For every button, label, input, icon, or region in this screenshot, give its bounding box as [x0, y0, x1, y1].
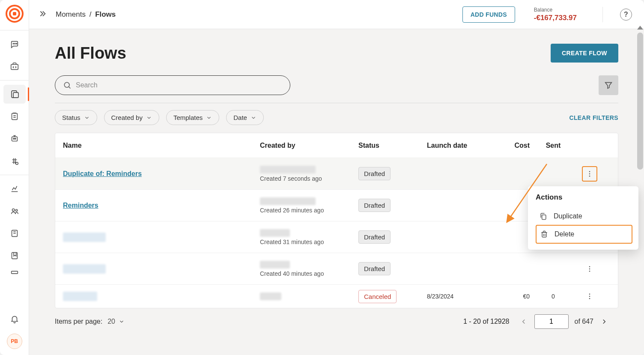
scroll-arrow-up[interactable] [637, 26, 643, 30]
breadcrumb-current: Flows [95, 10, 116, 18]
scrollbar-thumb[interactable] [637, 33, 643, 170]
clear-filters-button[interactable]: CLEAR FILTERS [569, 114, 618, 121]
items-per-page: Items per page: 20 [55, 318, 125, 325]
actions-menu: Actions Duplicate Delete [528, 186, 638, 250]
double-chevron-right-icon [38, 9, 47, 18]
cell-name: Duplicate of: Reminders [63, 170, 260, 178]
row-actions-button[interactable] [582, 261, 597, 277]
svg-point-4 [15, 43, 15, 44]
divider [0, 30, 29, 30]
row-actions-button[interactable] [582, 166, 597, 182]
cell-status: Drafted [358, 230, 427, 244]
table-row: Created 40 minutes ago Drafted [55, 253, 618, 285]
row-actions-button[interactable] [582, 289, 597, 304]
balance-label: Balance [534, 7, 577, 13]
svg-point-27 [589, 268, 590, 269]
nav-conversations[interactable] [3, 35, 26, 54]
chevron-down-icon [250, 115, 256, 121]
cell-name [63, 292, 260, 301]
main: Moments / Flows ADD FUNDS Balance -€167,… [29, 0, 644, 355]
chip-label: Date [233, 114, 247, 121]
action-delete[interactable]: Delete [536, 225, 632, 244]
created-ago: Created 40 minutes ago [260, 270, 358, 277]
ipp-select[interactable]: 20 [107, 318, 125, 325]
expand-sidebar-button[interactable] [38, 9, 47, 20]
question-icon: ? [624, 11, 628, 18]
nav-templates[interactable] [3, 107, 26, 126]
nav-flows[interactable] [3, 85, 26, 104]
redacted-text [260, 261, 290, 268]
divider [0, 80, 29, 81]
redacted-flow-name [63, 233, 106, 242]
chip-label: Templates [173, 114, 203, 121]
breadcrumb-sep: / [89, 10, 92, 18]
ipp-value: 20 [107, 318, 115, 325]
svg-point-28 [589, 270, 590, 271]
book-icon [10, 229, 19, 238]
action-duplicate[interactable]: Duplicate [536, 208, 632, 225]
redacted-flow-name [63, 292, 97, 301]
search-row [55, 75, 618, 95]
nav-docs[interactable] [3, 224, 26, 243]
help-button[interactable]: ? [620, 9, 632, 21]
redacted-text [260, 197, 316, 205]
nav-people[interactable] [3, 202, 26, 221]
nav-library[interactable] [3, 246, 26, 265]
page-title: All Flows [55, 44, 126, 63]
cell-name [63, 264, 260, 274]
page-range: 1 - 20 of 12928 [463, 318, 510, 325]
user-avatar[interactable]: PB [7, 334, 22, 349]
cell-created-by: Created 40 minutes ago [260, 261, 358, 277]
chevron-down-icon [119, 319, 125, 325]
nav-embed[interactable] [3, 57, 26, 76]
th-cost: Cost [491, 142, 530, 149]
status-badge: Drafted [358, 199, 391, 212]
flow-link[interactable]: Duplicate of: Reminders [63, 170, 142, 177]
nav-bot[interactable] [3, 129, 26, 148]
chip-label: Created by [111, 114, 143, 121]
svg-rect-8 [13, 92, 18, 98]
filter-toggle-button[interactable] [599, 75, 618, 95]
filter-chip-created-by[interactable]: Created by [104, 110, 159, 125]
pager-prev[interactable] [517, 315, 530, 328]
svg-point-20 [589, 171, 590, 172]
brand-logo[interactable] [4, 3, 25, 24]
status-badge: Drafted [358, 262, 391, 275]
cell-status: Drafted [358, 262, 427, 275]
nav-notifications[interactable] [3, 310, 26, 328]
action-label: Delete [555, 230, 574, 238]
page-total: of 647 [575, 318, 593, 325]
redacted-text [260, 229, 290, 237]
flow-link[interactable]: Reminders [63, 202, 98, 209]
chevron-down-icon [206, 115, 212, 121]
created-ago: Created 31 minutes ago [260, 239, 358, 245]
nav-analytics[interactable] [3, 179, 26, 198]
divider [0, 175, 29, 175]
add-funds-button[interactable]: ADD FUNDS [462, 6, 515, 23]
svg-rect-24 [542, 233, 546, 237]
search-input[interactable] [76, 81, 282, 89]
filter-chip-date[interactable]: Date [226, 110, 264, 125]
created-ago: Created 7 seconds ago [260, 175, 358, 182]
more-vertical-icon [586, 292, 593, 300]
status-badge: Drafted [358, 230, 391, 244]
people-icon [10, 206, 19, 216]
balance-amount: -€167,733.97 [534, 14, 577, 22]
svg-rect-18 [11, 271, 18, 274]
pager-next[interactable] [598, 315, 611, 328]
create-flow-button[interactable]: CREATE FLOW [551, 44, 618, 63]
svg-point-15 [15, 209, 17, 211]
filter-chip-templates[interactable]: Templates [166, 110, 219, 125]
search-field[interactable] [55, 75, 290, 95]
svg-point-31 [589, 298, 590, 299]
breadcrumb-parent[interactable]: Moments [56, 10, 86, 18]
filter-chips-row: Status Created by Templates Date CLEAR F… [55, 110, 618, 125]
svg-point-3 [13, 43, 14, 44]
cell-created-by: Created 26 minutes ago [260, 197, 358, 214]
filter-chip-status[interactable]: Status [55, 110, 97, 125]
nav-config[interactable] [3, 152, 26, 170]
nav-more[interactable] [3, 268, 26, 277]
page-input[interactable] [534, 314, 569, 329]
th-created-by: Created by [260, 142, 358, 149]
svg-rect-23 [542, 215, 546, 220]
